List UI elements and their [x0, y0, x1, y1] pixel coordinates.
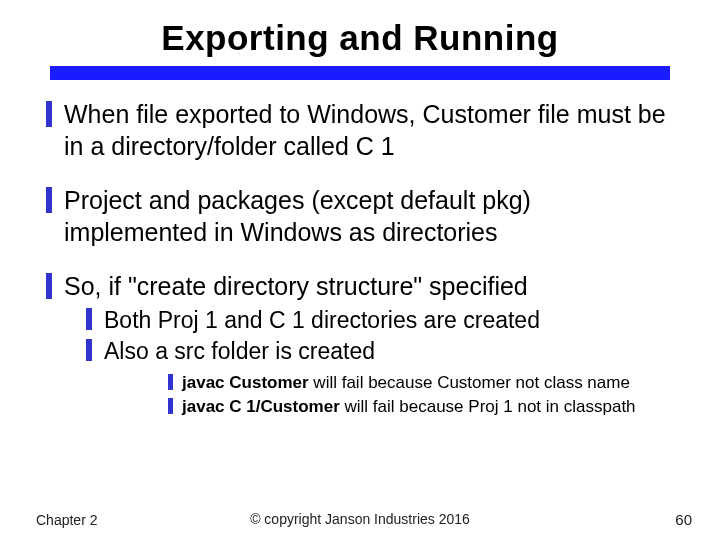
bullet-marker-icon — [168, 374, 173, 390]
bullet-marker-icon — [86, 308, 92, 330]
bullet-level-3: javac C 1/Customer will fail because Pro… — [168, 396, 674, 418]
bullet-list: When file exported to Windows, Customer … — [40, 98, 680, 418]
slide-title: Exporting and Running — [40, 18, 680, 58]
code-text: javac Customer — [182, 373, 309, 392]
sub-bullet-group: Both Proj 1 and C 1 directories are crea… — [46, 306, 674, 418]
bullet-level-2: Both Proj 1 and C 1 directories are crea… — [86, 306, 674, 335]
plain-text: will fail because Proj 1 not in classpat… — [340, 397, 636, 416]
code-text: javac C 1/Customer — [182, 397, 340, 416]
bullet-text: javac Customer will fail because Custome… — [182, 372, 630, 394]
footer-center: © copyright Janson Industries 2016 — [0, 511, 720, 527]
bullet-level-3: javac Customer will fail because Custome… — [168, 372, 674, 394]
bullet-level-1: Project and packages (except default pkg… — [46, 184, 674, 248]
bullet-text: Project and packages (except default pkg… — [64, 184, 674, 248]
bullet-marker-icon — [46, 273, 52, 299]
bullet-text: Also a src folder is created — [104, 337, 375, 366]
bullet-text: javac C 1/Customer will fail because Pro… — [182, 396, 636, 418]
bullet-marker-icon — [46, 101, 52, 127]
bullet-level-1: When file exported to Windows, Customer … — [46, 98, 674, 162]
slide: Exporting and Running When file exported… — [0, 0, 720, 540]
plain-text: will fail because Customer not class nam… — [309, 373, 630, 392]
bullet-level-2: Also a src folder is created — [86, 337, 674, 366]
bullet-text: Both Proj 1 and C 1 directories are crea… — [104, 306, 540, 335]
title-underline — [50, 66, 670, 80]
bullet-level-1: So, if "create directory structure" spec… — [46, 270, 674, 302]
bullet-marker-icon — [46, 187, 52, 213]
bullet-marker-icon — [86, 339, 92, 361]
bullet-text: When file exported to Windows, Customer … — [64, 98, 674, 162]
bullet-marker-icon — [168, 398, 173, 414]
subsub-bullet-group: javac Customer will fail because Custome… — [86, 372, 674, 418]
footer: Chapter 2 © copyright Janson Industries … — [0, 511, 720, 528]
bullet-text: So, if "create directory structure" spec… — [64, 270, 528, 302]
